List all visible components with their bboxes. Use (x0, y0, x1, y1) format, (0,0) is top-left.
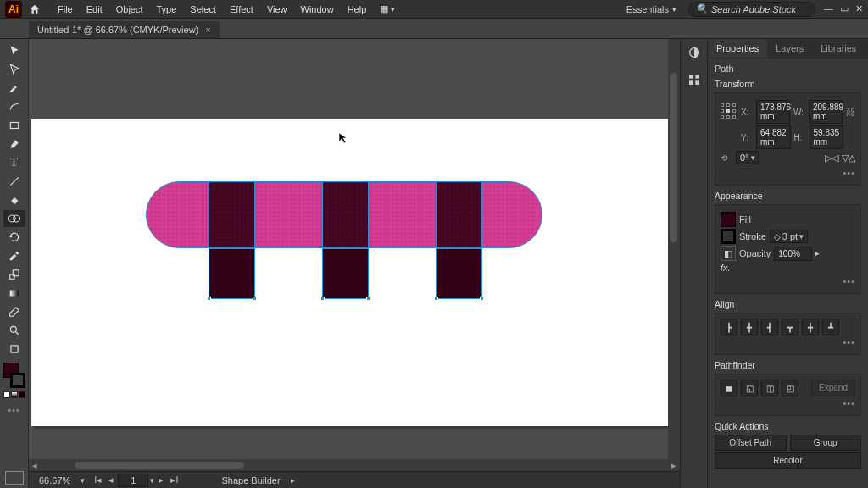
scale-tool-icon[interactable] (3, 266, 25, 283)
selection-handle[interactable] (320, 297, 325, 301)
align-right-icon[interactable]: ┫ (761, 319, 778, 336)
pathfinder-intersect-icon[interactable]: ◫ (761, 380, 778, 396)
pathfinder-minus-front-icon[interactable]: ◱ (741, 380, 758, 396)
shape-rect-overlap-2[interactable] (322, 181, 369, 248)
shaper-tool-icon[interactable]: ◆ (3, 191, 25, 208)
link-wh-icon[interactable]: ⛓ (846, 107, 855, 117)
flip-vertical-icon[interactable]: ▽△ (842, 152, 855, 164)
chevron-down-icon[interactable]: ▾ (150, 476, 154, 485)
zoom-tool-icon[interactable] (3, 322, 25, 339)
shape-rect-bottom-3[interactable] (436, 248, 482, 299)
rectangle-tool-icon[interactable] (3, 117, 25, 134)
more-options-icon[interactable]: ••• (721, 336, 855, 349)
menu-effect[interactable]: Effect (223, 4, 260, 14)
menu-file[interactable]: File (51, 4, 80, 14)
search-input[interactable]: 🔍 Search Adobe Stock (688, 2, 815, 17)
screen-mode-icon[interactable] (5, 471, 24, 485)
color-mode-row[interactable]: ∕ (3, 391, 25, 398)
nav-last-icon[interactable]: ▸I (168, 474, 181, 485)
artboard-tool-icon[interactable] (3, 341, 25, 358)
selection-handle[interactable] (480, 297, 484, 301)
menu-object[interactable]: Object (109, 4, 150, 14)
artboard[interactable] (31, 119, 672, 426)
menu-select[interactable]: Select (183, 4, 223, 14)
opacity-input[interactable]: 100% (774, 247, 812, 261)
reference-point-icon[interactable] (721, 103, 737, 120)
align-left-icon[interactable]: ┣ (721, 319, 737, 336)
nav-next-icon[interactable]: ▸ (156, 474, 166, 485)
opacity-icon[interactable]: ◧ (721, 246, 736, 261)
menu-edit[interactable]: Edit (80, 4, 109, 14)
stroke-weight-input[interactable]: ◇ 3 pt ▾ (770, 230, 808, 243)
artboard-index[interactable]: 1 (118, 474, 148, 487)
window-minimize-icon[interactable]: — (824, 3, 833, 14)
shape-rect-overlap-1[interactable] (209, 181, 255, 248)
menu-view[interactable]: View (260, 4, 294, 14)
gradient-tool-icon[interactable] (3, 285, 25, 302)
transform-y-input[interactable]: 64.882 mm (756, 125, 791, 149)
shape-builder-tool-icon[interactable] (3, 210, 25, 227)
canvas[interactable]: ◂▸ (29, 39, 680, 471)
zoom-level[interactable]: 66.67% (32, 475, 74, 485)
tab-properties[interactable]: Properties (708, 39, 767, 58)
menu-type[interactable]: Type (150, 4, 184, 14)
flip-horizontal-icon[interactable]: ▷◁ (825, 152, 838, 164)
direct-selection-tool-icon[interactable] (3, 61, 25, 78)
color-panel-icon[interactable] (686, 44, 703, 61)
selection-handle[interactable] (434, 297, 438, 301)
align-bottom-icon[interactable]: ┻ (822, 319, 839, 336)
eraser-tool-icon[interactable] (3, 303, 25, 320)
close-icon[interactable]: × (205, 25, 210, 35)
scroll-right-icon[interactable]: ▸ (668, 460, 680, 471)
scrollbar-thumb[interactable] (75, 462, 244, 469)
offset-path-button[interactable]: Offset Path (715, 435, 787, 451)
horizontal-scrollbar[interactable]: ◂▸ (29, 459, 680, 471)
fill-stroke-swatch[interactable] (3, 363, 25, 388)
document-tab[interactable]: Untitled-1* @ 66.67% (CMYK/Preview) × (29, 21, 220, 38)
stroke-swatch[interactable] (10, 373, 25, 388)
shape-rect-overlap-3[interactable] (436, 181, 482, 248)
curvature-tool-icon[interactable] (3, 98, 25, 115)
vertical-scrollbar[interactable] (668, 39, 680, 459)
pen-tool-icon[interactable] (3, 80, 25, 97)
rotation-input[interactable]: 0° ▾ (736, 151, 760, 164)
tab-layers[interactable]: Layers (767, 39, 812, 58)
expand-button[interactable]: Expand (811, 380, 855, 396)
transform-x-input[interactable]: 173.876 mm (756, 100, 790, 124)
selection-handle[interactable] (207, 297, 211, 301)
align-top-icon[interactable]: ┳ (782, 319, 798, 336)
scrollbar-thumb[interactable] (670, 73, 677, 242)
selection-handle[interactable] (253, 297, 257, 301)
line-tool-icon[interactable] (3, 173, 25, 190)
transform-h-input[interactable]: 59.835 mm (810, 125, 844, 149)
eyedropper-tool-icon[interactable] (3, 247, 25, 264)
fill-color-swatch[interactable] (721, 212, 736, 227)
transform-w-input[interactable]: 209.889 mm (809, 100, 843, 124)
more-options-icon[interactable]: ••• (721, 396, 855, 410)
chevron-right-icon[interactable]: ▸ (291, 476, 295, 485)
scroll-left-icon[interactable]: ◂ (29, 460, 41, 471)
selection-tool-icon[interactable] (3, 42, 25, 59)
edit-toolbar-icon[interactable]: ••• (8, 405, 20, 415)
fx-button[interactable]: fx. (721, 263, 731, 273)
tab-libraries[interactable]: Libraries (812, 39, 865, 58)
rotate-tool-icon[interactable] (3, 229, 25, 246)
pathfinder-exclude-icon[interactable]: ◰ (782, 380, 798, 396)
shape-rect-bottom-2[interactable] (322, 248, 369, 299)
workspace-switcher[interactable]: Essentials ▾ (620, 3, 683, 16)
more-options-icon[interactable]: ••• (721, 166, 855, 180)
group-button[interactable]: Group (790, 435, 862, 451)
selection-handle[interactable] (366, 297, 370, 301)
pathfinder-unite-icon[interactable]: ◼ (721, 380, 737, 396)
align-hcenter-icon[interactable]: ╋ (741, 319, 758, 336)
paintbrush-tool-icon[interactable] (3, 136, 25, 152)
recolor-button[interactable]: Recolor (715, 452, 861, 469)
more-options-icon[interactable]: ••• (721, 274, 855, 288)
type-tool-icon[interactable]: T (3, 154, 25, 171)
shape-rect-bottom-1[interactable] (209, 248, 255, 299)
nav-prev-icon[interactable]: ◂ (106, 474, 116, 485)
menu-window[interactable]: Window (294, 4, 341, 14)
menu-help[interactable]: Help (341, 4, 374, 14)
chevron-right-icon[interactable]: ▸ (815, 249, 820, 258)
align-vcenter-icon[interactable]: ╋ (802, 319, 819, 336)
